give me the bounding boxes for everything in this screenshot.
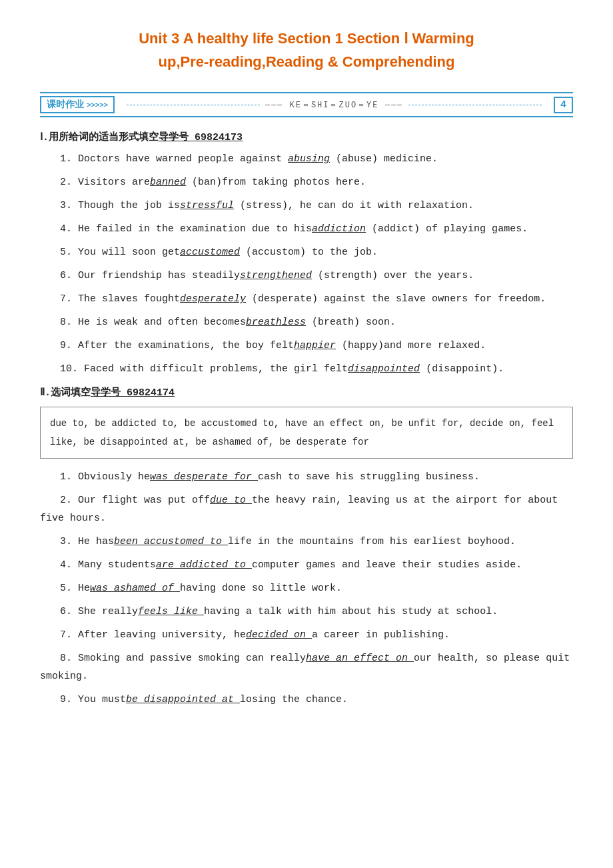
list-item: 2. Our flight was put offdue to the heav… xyxy=(40,491,573,527)
list-item: 7. After leaving university, hedecided o… xyxy=(40,626,573,644)
list-item: 1. Doctors have warned people against ab… xyxy=(40,150,573,168)
header-ke: ─── KE＝SHI＝ZUO＝YE ─── xyxy=(265,99,404,111)
header-bar: 课时作业 >>>>> ─── KE＝SHI＝ZUO＝YE ─── 4 xyxy=(40,92,573,117)
list-item: 6. Our friendship has steadilystrengthen… xyxy=(40,267,573,285)
list-item: 9. You mustbe disappointed at losing the… xyxy=(40,691,573,709)
page-title: Unit 3 A healthy life Section 1 Section … xyxy=(40,27,573,73)
list-item: 4. Many studentsare addicted to computer… xyxy=(40,556,573,574)
header-line2 xyxy=(408,105,542,105)
header-line xyxy=(127,105,260,105)
section1: Ⅰ.用所给词的适当形式填空导学号 69824173 1. Doctors hav… xyxy=(40,131,573,378)
list-item: 8. He is weak and often becomesbreathles… xyxy=(40,313,573,331)
list-item: 5. Hewas ashamed of having done so littl… xyxy=(40,579,573,597)
list-item: 8. Smoking and passive smoking can reall… xyxy=(40,649,573,685)
list-item: 5. You will soon getaccustomed (accustom… xyxy=(40,243,573,261)
word-box: due to, be addicted to, be accustomed to… xyxy=(40,407,573,459)
list-item: 3. Though the job isstressful (stress), … xyxy=(40,197,573,215)
list-item: 10. Faced with difficult problems, the g… xyxy=(40,360,573,378)
list-item: 1. Obviously hewas desperate for cash to… xyxy=(40,468,573,486)
section2-label: Ⅱ.选词填空导学号 69824174 xyxy=(40,386,573,399)
list-item: 9. After the examinations, the boy felth… xyxy=(40,337,573,355)
list-item: 3. He hasbeen accustomed to life in the … xyxy=(40,533,573,551)
list-item: 6. She reallyfeels like having a talk wi… xyxy=(40,603,573,621)
list-item: 2. Visitors arebanned (ban)from taking p… xyxy=(40,173,573,191)
list-item: 4. He failed in the examination due to h… xyxy=(40,220,573,238)
header-number: 4 xyxy=(554,97,573,113)
section1-label: Ⅰ.用所给词的适当形式填空导学号 69824173 xyxy=(40,131,573,143)
section2: Ⅱ.选词填空导学号 69824174 due to, be addicted t… xyxy=(40,386,573,709)
list-item: 7. The slaves foughtdesperately (despera… xyxy=(40,290,573,308)
header-label: 课时作业 >>>>> xyxy=(40,96,115,113)
